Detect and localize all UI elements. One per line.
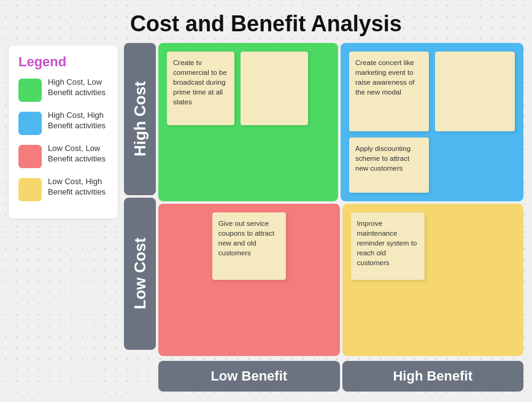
page-title: Cost and Benefit Analysis [0,0,532,43]
legend-color-red [18,145,42,168]
legend-label-blue: High Cost, High Benefit activities [48,110,108,131]
legend-label-yellow: Low Cost, High Benefit activities [48,177,108,198]
legend-item-blue: High Cost, High Benefit activities [18,110,108,135]
legend-color-green [18,79,42,102]
sticky-note: Give out service coupons to attract new … [212,212,286,280]
low-benefit-label: Low Benefit [158,361,340,392]
sticky-note [435,52,515,131]
sticky-note [241,52,308,125]
sticky-note: Apply discounting scheme to attract new … [349,137,429,193]
legend-item-green: High Cost, Low Benefit activities [18,77,108,102]
cell-high-cost-high-benefit: Create concert like marketing event to r… [341,43,523,201]
legend-item-yellow: Low Cost, High Benefit activities [18,177,108,201]
low-cost-label: Low Cost [124,198,156,350]
legend-color-yellow [18,178,42,201]
cell-high-cost-low-benefit: Create tv commercial to be broadcast dur… [158,43,338,201]
legend-panel: Legend High Cost, Low Benefit activities… [9,45,118,218]
legend-label-green: High Cost, Low Benefit activities [48,77,108,98]
high-benefit-label: High Benefit [342,361,524,392]
sticky-note: Create concert like marketing event to r… [349,52,429,131]
cell-low-cost-low-benefit: Give out service coupons to attract new … [158,204,340,356]
sticky-note: Improve maintenance reminder system to r… [351,212,425,280]
high-cost-label: High Cost [124,43,156,195]
legend-item-red: Low Cost, Low Benefit activities [18,144,108,168]
cell-low-cost-high-benefit: Improve maintenance reminder system to r… [342,204,524,356]
legend-label-red: Low Cost, Low Benefit activities [48,144,108,164]
legend-title: Legend [18,54,108,70]
legend-color-blue [18,112,42,135]
sticky-note: Create tv commercial to be broadcast dur… [167,52,234,125]
